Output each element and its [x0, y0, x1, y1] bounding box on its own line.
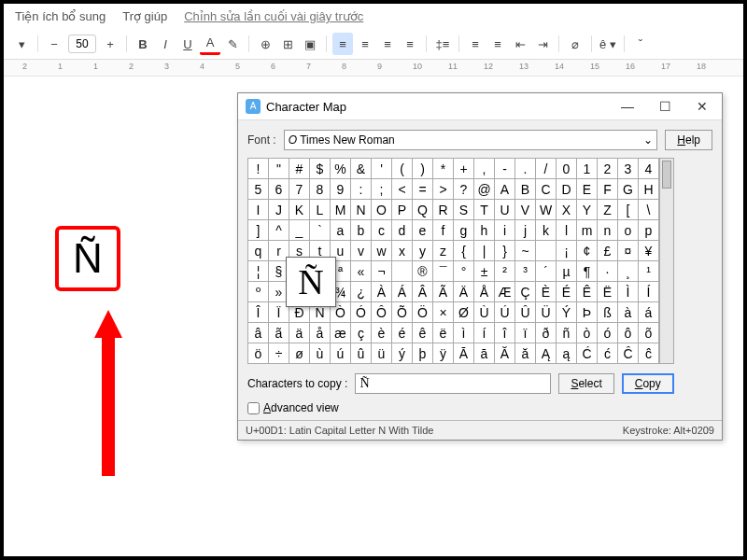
char-cell[interactable]: ā	[474, 343, 495, 364]
increase-font-icon[interactable]: +	[100, 33, 120, 55]
char-cell[interactable]: A	[495, 179, 515, 200]
char-cell[interactable]: j	[515, 220, 536, 241]
char-cell[interactable]: 0	[557, 159, 577, 179]
char-cell[interactable]: ~	[515, 241, 536, 261]
char-cell[interactable]: &	[351, 159, 372, 179]
char-cell[interactable]: ¢	[577, 241, 598, 261]
char-cell[interactable]: Æ	[495, 282, 515, 302]
char-cell[interactable]	[536, 241, 557, 261]
char-cell[interactable]: M	[331, 200, 351, 220]
char-cell[interactable]: ß	[598, 302, 618, 323]
char-cell[interactable]: ü	[372, 343, 392, 364]
char-cell[interactable]: ¯	[433, 261, 454, 282]
char-cell[interactable]: b	[351, 220, 372, 241]
char-cell[interactable]: ê	[413, 323, 433, 343]
char-cell[interactable]: C	[536, 179, 557, 200]
decrease-font-icon[interactable]: −	[44, 33, 64, 55]
char-cell[interactable]: O	[372, 200, 392, 220]
char-cell[interactable]: ´	[536, 261, 557, 282]
char-cell[interactable]: `	[310, 220, 331, 241]
advanced-view-checkbox[interactable]	[247, 402, 260, 414]
char-cell[interactable]: å	[310, 323, 331, 343]
char-cell[interactable]: ă	[515, 343, 536, 364]
increase-indent-icon[interactable]: ⇥	[532, 33, 553, 55]
char-cell[interactable]: ð	[536, 323, 557, 343]
char-cell[interactable]: 4	[639, 159, 659, 179]
char-cell[interactable]: ?	[454, 179, 474, 200]
clear-formatting-icon[interactable]: ⌀	[565, 33, 585, 55]
char-cell[interactable]: Ô	[372, 302, 392, 323]
char-cell[interactable]: â	[248, 323, 269, 343]
char-cell[interactable]: Ó	[351, 302, 372, 323]
char-cell[interactable]: $	[310, 159, 331, 179]
maximize-icon[interactable]: ☐	[653, 99, 677, 114]
align-justify-icon[interactable]: ≡	[400, 33, 420, 55]
char-cell[interactable]: '	[372, 159, 392, 179]
char-cell[interactable]: a	[331, 220, 351, 241]
char-cell[interactable]: (	[392, 159, 413, 179]
char-cell[interactable]: «	[351, 261, 372, 282]
char-cell[interactable]: %	[331, 159, 351, 179]
char-cell[interactable]: Þ	[577, 302, 598, 323]
char-cell[interactable]: ¦	[248, 261, 269, 282]
close-icon[interactable]: ✕	[690, 99, 714, 114]
char-cell[interactable]: È	[536, 282, 557, 302]
char-cell[interactable]: k	[536, 220, 557, 241]
char-cell[interactable]: ¹	[639, 261, 659, 282]
char-cell[interactable]: S	[454, 200, 474, 220]
char-cell[interactable]: ø	[289, 343, 310, 364]
char-cell[interactable]: é	[392, 323, 413, 343]
bullet-list-icon[interactable]: ≡	[487, 33, 508, 55]
char-cell[interactable]: Ĉ	[618, 343, 639, 364]
char-cell[interactable]: ±	[474, 261, 495, 282]
char-cell[interactable]: µ	[557, 261, 577, 282]
char-cell[interactable]: Z	[598, 200, 618, 220]
char-cell[interactable]: T	[474, 200, 495, 220]
numbered-list-icon[interactable]: ≡	[465, 33, 486, 55]
char-cell[interactable]: {	[454, 241, 474, 261]
char-cell[interactable]: ą	[557, 343, 577, 364]
char-cell[interactable]: Õ	[392, 302, 413, 323]
char-cell[interactable]: D	[557, 179, 577, 200]
char-cell[interactable]: ò	[577, 323, 598, 343]
char-cell[interactable]: º	[248, 282, 269, 302]
char-cell[interactable]: e	[413, 220, 433, 241]
char-cell[interactable]: ¬	[372, 261, 392, 282]
align-right-icon[interactable]: ≡	[377, 33, 398, 55]
char-cell[interactable]: û	[351, 343, 372, 364]
char-cell[interactable]: G	[618, 179, 639, 200]
charmap-titlebar[interactable]: A Character Map — ☐ ✕	[238, 93, 722, 120]
char-cell[interactable]: ¥	[639, 241, 659, 261]
char-cell[interactable]: /	[536, 159, 557, 179]
char-cell[interactable]: z	[433, 241, 454, 261]
char-cell[interactable]: æ	[331, 323, 351, 343]
decrease-indent-icon[interactable]: ⇤	[510, 33, 530, 55]
char-cell[interactable]: à	[618, 302, 639, 323]
char-cell[interactable]: Â	[413, 282, 433, 302]
char-cell[interactable]: Ã	[433, 282, 454, 302]
char-cell[interactable]: ;	[372, 179, 392, 200]
char-cell[interactable]: q	[248, 241, 269, 261]
char-cell[interactable]: ÷	[269, 343, 289, 364]
char-cell[interactable]: ®	[413, 261, 433, 282]
char-cell[interactable]: y	[413, 241, 433, 261]
menu-help[interactable]: Trợ giúp	[122, 9, 167, 23]
char-cell[interactable]: 3	[618, 159, 639, 179]
char-cell[interactable]: ç	[351, 323, 372, 343]
char-cell[interactable]: m	[577, 220, 598, 241]
char-cell[interactable]: F	[598, 179, 618, 200]
char-cell[interactable]: ć	[598, 343, 618, 364]
insert-image-icon[interactable]: ▣	[300, 33, 320, 55]
char-cell[interactable]: Ă	[495, 343, 515, 364]
char-cell[interactable]: ¡	[557, 241, 577, 261]
insert-link-icon[interactable]: ⊕	[255, 33, 275, 55]
char-cell[interactable]: ²	[495, 261, 515, 282]
char-cell[interactable]: ³	[515, 261, 536, 282]
char-cell[interactable]: É	[557, 282, 577, 302]
char-cell[interactable]: }	[495, 241, 515, 261]
char-cell[interactable]: ĉ	[639, 343, 659, 364]
char-cell[interactable]: Ā	[454, 343, 474, 364]
char-cell[interactable]: -	[495, 159, 515, 179]
char-cell[interactable]: ú	[331, 343, 351, 364]
char-cell[interactable]: 7	[289, 179, 310, 200]
